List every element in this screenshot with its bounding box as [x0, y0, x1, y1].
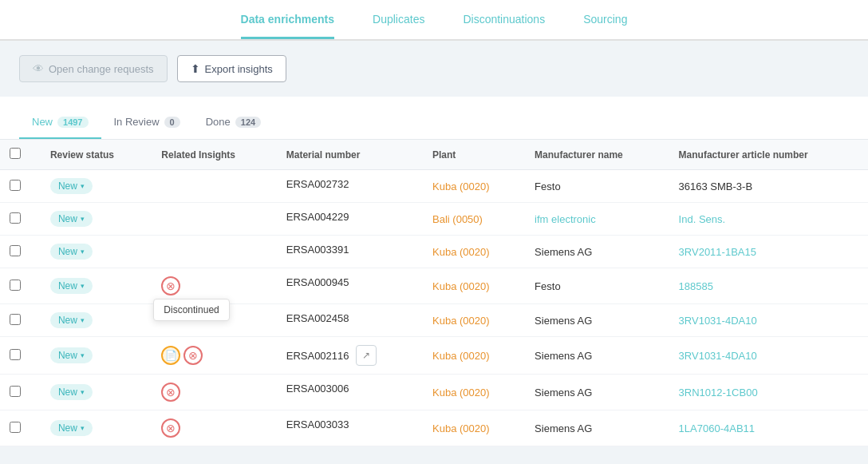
discontinued-icon[interactable]: ⊗ [161, 418, 180, 438]
main-content: New 1497 In Review 0 Done 124 Review sta… [0, 97, 868, 446]
table-row: New ▾ERSA002458Kuba (0020)Siemens AG3RV1… [0, 304, 868, 337]
row-review-status: New ▾ [41, 170, 152, 203]
table-row: New ▾⊗ERSA003006Kuba (0020)Siemens AG3RN… [0, 375, 868, 410]
row-plant: Kuba (0020) [423, 268, 525, 304]
external-link-button[interactable]: ↗ [356, 345, 377, 366]
row-review-status: New ▾ [41, 410, 152, 446]
row-related-insights [152, 236, 276, 268]
row-material-number: ERSA004229 [277, 203, 423, 231]
plant-value: Kuba (0020) [432, 280, 490, 292]
header-material-number: Material number [277, 140, 423, 170]
toolbar: 👁 Open change requests ⬆ Export insights [0, 41, 868, 97]
open-change-requests-button[interactable]: 👁 Open change requests [19, 55, 168, 82]
row-related-insights: ⊗ [152, 410, 276, 446]
material-number-value: ERSA003391 [286, 244, 349, 256]
row-manufacturer-name: Siemens AG [525, 410, 669, 446]
row-plant: Kuba (0020) [423, 304, 525, 337]
tab-duplicates[interactable]: Duplicates [373, 13, 424, 39]
row-manufacturer-article: 3RV1031-4DA10 [669, 337, 868, 375]
row-manufacturer-name: Siemens AG [525, 337, 669, 375]
row-material-number: ERSA000945 [277, 268, 423, 296]
plant-value: Kuba (0020) [432, 422, 490, 434]
manufacturer-name-value: Siemens AG [535, 315, 592, 327]
sub-tab-in-review[interactable]: In Review 0 [101, 109, 193, 139]
discontinued-icon[interactable]: ⊗ [161, 276, 180, 295]
row-5-checkbox[interactable] [10, 349, 21, 360]
sub-tab-new[interactable]: New 1497 [19, 109, 101, 139]
row-1-checkbox[interactable] [10, 212, 21, 224]
row-checkbox-cell [0, 304, 41, 337]
row-0-checkbox[interactable] [10, 180, 21, 191]
row-manufacturer-article: 3RV2011-1BA15 [669, 236, 868, 268]
status-badge[interactable]: New ▾ [50, 178, 93, 194]
row-manufacturer-name: Festo [525, 170, 669, 203]
sub-tabs-bar: New 1497 In Review 0 Done 124 [0, 97, 868, 140]
status-badge[interactable]: New ▾ [50, 420, 93, 436]
table-container: Review status Related Insights Material … [0, 140, 868, 446]
upload-icon: ⬆ [191, 62, 200, 75]
status-chevron-icon: ▾ [81, 316, 85, 324]
status-chevron-icon: ▾ [81, 424, 85, 432]
plant-value: Bali (0050) [432, 213, 483, 225]
article-number-value: 3RV2011-1BA15 [679, 246, 756, 258]
status-badge[interactable]: New ▾ [50, 347, 93, 363]
status-badge[interactable]: New ▾ [50, 278, 93, 294]
plant-value: Kuba (0020) [432, 180, 490, 192]
row-plant: Kuba (0020) [423, 410, 525, 446]
insight-icons-container: ⊗ [161, 383, 266, 402]
status-chevron-icon: ▾ [81, 282, 85, 290]
material-number-value: ERSA002732 [286, 178, 349, 190]
plant-value: Kuba (0020) [432, 315, 490, 327]
article-number-value: 36163 SMB-3-B [679, 180, 753, 192]
material-number-value: ERSA002116 [286, 350, 349, 362]
main-table: Review status Related Insights Material … [0, 140, 868, 446]
row-related-insights [152, 170, 276, 203]
row-checkbox-cell [0, 337, 41, 375]
tab-sourcing[interactable]: Sourcing [583, 13, 627, 39]
row-material-number: ERSA002458 [277, 304, 423, 332]
row-manufacturer-name: Siemens AG [525, 304, 669, 337]
tab-data-enrichments[interactable]: Data enrichments [241, 13, 334, 39]
row-checkbox-cell [0, 203, 41, 236]
row-manufacturer-article: 36163 SMB-3-B [669, 170, 868, 203]
row-manufacturer-name: Festo [525, 268, 669, 304]
sub-tab-new-label: New [32, 116, 53, 128]
status-badge[interactable]: New ▾ [50, 384, 93, 400]
row-6-checkbox[interactable] [10, 386, 21, 397]
manufacturer-name-value: Siemens AG [535, 246, 592, 258]
discontinued-icon[interactable]: ⊗ [183, 346, 203, 365]
row-review-status: New ▾ [41, 304, 152, 337]
row-7-checkbox[interactable] [10, 422, 21, 433]
document-icon[interactable]: 📄 [161, 346, 180, 365]
row-review-status: New ▾ [41, 337, 152, 375]
row-checkbox-cell [0, 236, 41, 268]
row-checkbox-cell [0, 410, 41, 446]
row-manufacturer-name: ifm electronic [525, 203, 669, 236]
status-badge[interactable]: New ▾ [50, 312, 93, 328]
discontinued-icon[interactable]: ⊗ [161, 383, 180, 402]
row-plant: Kuba (0020) [423, 375, 525, 410]
header-plant: Plant [423, 140, 525, 170]
manufacturer-name-value: ifm electronic [535, 213, 596, 225]
tab-discontinuations[interactable]: Discontinuations [463, 13, 545, 39]
manufacturer-name-value: Festo [535, 280, 561, 292]
status-badge[interactable]: New ▾ [50, 244, 93, 260]
insight-icons-container: ⊗Discontinued [161, 276, 266, 295]
row-3-checkbox[interactable] [10, 280, 21, 291]
row-material-number: ERSA003033 [277, 410, 423, 438]
row-manufacturer-article: 188585 [669, 268, 868, 304]
row-4-checkbox[interactable] [10, 314, 21, 325]
select-all-checkbox[interactable] [10, 148, 21, 159]
export-insights-button[interactable]: ⬆ Export insights [177, 55, 286, 82]
sub-tab-done-badge: 124 [235, 117, 261, 128]
open-change-requests-label: Open change requests [49, 63, 154, 75]
status-badge[interactable]: New ▾ [50, 211, 93, 227]
row-review-status: New ▾ [41, 268, 152, 304]
plant-value: Kuba (0020) [432, 350, 490, 362]
sub-tab-done[interactable]: Done 124 [193, 109, 274, 139]
row-related-insights: ⊗ [152, 375, 276, 410]
row-manufacturer-name: Siemens AG [525, 375, 669, 410]
row-2-checkbox[interactable] [10, 245, 21, 256]
table-row: New ▾ERSA002732Kuba (0020)Festo36163 SMB… [0, 170, 868, 203]
material-number-value: ERSA002458 [286, 312, 349, 324]
